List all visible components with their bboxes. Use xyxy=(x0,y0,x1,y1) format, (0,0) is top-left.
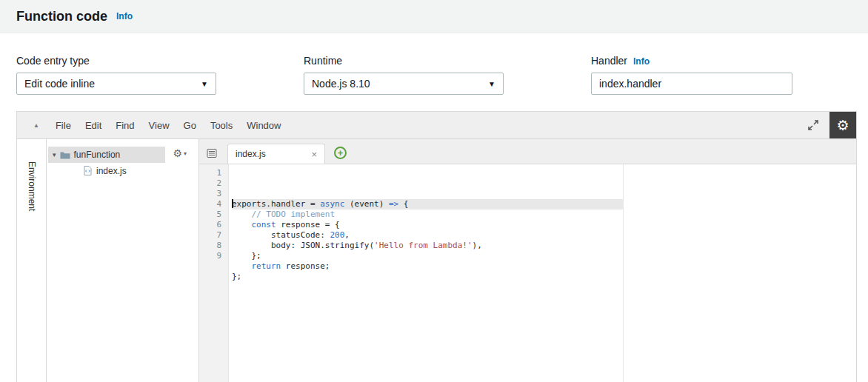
tree-item-folder[interactable]: ▾ funFunction xyxy=(48,147,165,163)
handler-label: Handler xyxy=(591,55,627,67)
gutter-line[interactable]: 5 xyxy=(199,210,221,220)
editor-pane: index.js × + 123456789 exports.handler =… xyxy=(199,139,856,382)
code-line[interactable]: }; xyxy=(232,272,856,282)
code-editor-ide: ▲ FileEditFindViewGoToolsWindow ⚙ Enviro… xyxy=(16,111,857,382)
plus-icon: + xyxy=(338,147,344,158)
menu-item-window[interactable]: Window xyxy=(247,120,281,131)
new-tab-button[interactable]: + xyxy=(334,147,347,159)
tab-index-js[interactable]: index.js × xyxy=(227,144,325,164)
code-area: 123456789 exports.handler = async (event… xyxy=(199,164,856,382)
code-entry-type-label: Code entry type xyxy=(16,55,90,67)
js-file-icon xyxy=(84,166,92,175)
chevron-down-icon: ▾ xyxy=(184,150,187,157)
gutter[interactable]: 123456789 xyxy=(199,164,229,382)
menu-item-view[interactable]: View xyxy=(149,120,170,131)
menu-item-edit[interactable]: Edit xyxy=(85,120,101,131)
code-entry-type-field: Code entry type Edit code inline ▼ xyxy=(16,55,216,95)
environment-label: Environment xyxy=(27,161,37,382)
collapse-menubar-icon[interactable]: ▲ xyxy=(33,122,39,129)
gutter-line[interactable]: 9 xyxy=(199,251,221,261)
code-line[interactable]: return response; xyxy=(232,261,856,272)
ide-menubar: ▲ FileEditFindViewGoToolsWindow ⚙ xyxy=(17,112,856,139)
environment-panel-tab[interactable]: Environment xyxy=(17,139,47,382)
handler-input[interactable] xyxy=(591,73,792,95)
function-code-info-link[interactable]: Info xyxy=(116,11,133,21)
gutter-line[interactable]: 1 xyxy=(199,168,221,178)
editor-tabbar: index.js × + xyxy=(199,139,856,164)
section-header: Function code Info xyxy=(0,0,868,33)
menu-item-find[interactable]: Find xyxy=(116,120,134,131)
code-line[interactable]: exports.handler = async (event) => { xyxy=(232,199,856,210)
folder-icon xyxy=(60,151,70,159)
ide-settings-button[interactable]: ⚙ xyxy=(829,112,856,138)
page-title: Function code xyxy=(16,9,107,24)
chevron-down-icon: ▼ xyxy=(488,80,495,88)
code-line[interactable] xyxy=(232,282,856,292)
runtime-field: Runtime Node.js 8.10 ▼ xyxy=(304,55,504,95)
gutter-line[interactable]: 7 xyxy=(199,230,221,241)
runtime-value: Node.js 8.10 xyxy=(312,78,370,90)
gear-icon: ⚙ xyxy=(173,148,182,158)
code-settings-form: Code entry type Edit code inline ▼ Runti… xyxy=(0,33,868,95)
menu-item-tools[interactable]: Tools xyxy=(210,120,233,131)
gutter-line[interactable]: 2 xyxy=(199,178,221,189)
menu-item-file[interactable]: File xyxy=(56,120,71,131)
code-entry-type-select[interactable]: Edit code inline ▼ xyxy=(16,73,216,95)
close-icon[interactable]: × xyxy=(311,149,317,160)
gutter-line[interactable]: 8 xyxy=(199,241,221,251)
code-line[interactable]: }; xyxy=(232,251,856,261)
gutter-line[interactable]: 3 xyxy=(199,189,221,199)
menu-item-go[interactable]: Go xyxy=(184,120,196,131)
code-line[interactable]: statusCode: 200, xyxy=(232,230,856,241)
tree-settings-button[interactable]: ⚙ ▾ xyxy=(173,148,187,158)
code-line[interactable]: body: JSON.stringify('Hello from Lambda!… xyxy=(232,241,856,251)
chevron-down-icon: ▼ xyxy=(201,80,208,88)
code-content[interactable]: exports.handler = async (event) => { // … xyxy=(229,164,856,382)
code-line[interactable]: const response = { xyxy=(232,220,856,230)
runtime-label: Runtime xyxy=(304,55,342,67)
tab-label: index.js xyxy=(236,149,266,159)
tab-list-icon[interactable] xyxy=(207,148,217,158)
gear-icon: ⚙ xyxy=(836,118,849,133)
menubar-items: FileEditFindViewGoToolsWindow xyxy=(56,120,281,131)
code-line[interactable]: // TODO implement xyxy=(232,210,856,220)
file-name: index.js xyxy=(96,166,127,176)
handler-info-link[interactable]: Info xyxy=(633,56,650,67)
tree-item-file[interactable]: index.js xyxy=(47,163,198,178)
gutter-line[interactable]: 4 xyxy=(199,199,221,210)
handler-field: Handler Info xyxy=(591,55,792,95)
gutter-line[interactable]: 6 xyxy=(199,220,221,230)
folder-expand-caret-icon: ▾ xyxy=(53,151,56,158)
code-entry-type-value: Edit code inline xyxy=(24,78,95,90)
runtime-select[interactable]: Node.js 8.10 ▼ xyxy=(304,73,504,95)
folder-name: funFunction xyxy=(74,150,121,160)
fullscreen-icon[interactable] xyxy=(807,119,819,131)
file-tree-panel: ▾ funFunction ⚙ ▾ index.js xyxy=(47,139,199,382)
